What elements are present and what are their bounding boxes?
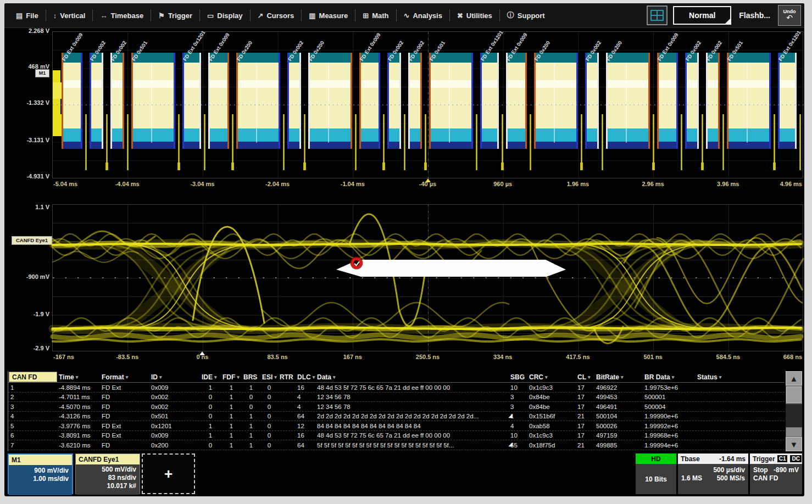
- column-header-time[interactable]: Time▾: [59, 371, 98, 383]
- column-header-data[interactable]: Data▾: [317, 371, 507, 383]
- table-row[interactable]: 1-4.8894 msFD Ext0x00911101648 4d 53 5f …: [8, 383, 785, 393]
- menu-item-utilities[interactable]: ✖Utilities: [450, 3, 499, 27]
- filter-arrow-icon[interactable]: ▾: [237, 374, 240, 380]
- eye1-descriptor-box[interactable]: CANFD Eye1 500 mV/div 83 ns/div 10.017 k…: [75, 453, 140, 494]
- hd-mode-box[interactable]: HD 10 Bits: [636, 453, 676, 494]
- filter-arrow-icon[interactable]: ▾: [313, 374, 315, 380]
- display-mode-dropdown[interactable]: Normal: [673, 6, 731, 25]
- column-header-bitrate[interactable]: BitRate▾: [596, 371, 641, 383]
- can-waveform-svg: FD Ext 0x009FD 0x002FD 0x002FD 0x501FD E…: [53, 32, 804, 179]
- filter-arrow-icon[interactable]: ▾: [333, 374, 336, 380]
- filter-arrow-icon[interactable]: ▾: [545, 374, 548, 380]
- table-cell: 1: [223, 393, 240, 402]
- timebase-box[interactable]: Tbase -1.64 ms 500 µs/div 1.6 MS 500 MS/…: [678, 453, 748, 494]
- filter-arrow-icon[interactable]: ▾: [672, 374, 675, 380]
- trigger-box[interactable]: Trigger C1 DC Stop -890 mV CAN FD: [750, 453, 802, 494]
- scroll-down-icon[interactable]: ▼: [786, 437, 802, 451]
- menu-item-math[interactable]: ⊞Math: [355, 3, 396, 27]
- column-header-brs[interactable]: BRS: [243, 371, 259, 383]
- menu-item-vertical[interactable]: ↕Vertical: [46, 3, 93, 27]
- table-row[interactable]: 7-3.6210 msFD0x2000110645f 5f 5f 5f 5f 5…: [8, 440, 785, 450]
- column-header-esi[interactable]: ESI▾: [262, 371, 276, 383]
- top-volt-label: -1.332 V: [5, 99, 49, 106]
- trigger-level: -890 mV: [774, 466, 799, 474]
- menu-item-analysis[interactable]: ∿Analysis: [397, 3, 449, 27]
- table-cell: 1: [202, 383, 219, 392]
- table-cell: 21: [577, 440, 593, 450]
- table-cell: FD Ext: [102, 421, 148, 430]
- filter-arrow-icon[interactable]: ▾: [274, 374, 277, 380]
- menu-item-file[interactable]: ▤File: [9, 3, 46, 27]
- add-trace-button[interactable]: +: [142, 453, 195, 494]
- filter-arrow-icon[interactable]: ▾: [76, 374, 79, 380]
- scrollbar-thumb[interactable]: [786, 387, 802, 403]
- top-time-tick: -1.04 ms: [341, 181, 365, 187]
- column-header-label: FDF: [223, 373, 235, 381]
- table-cell: 1: [243, 412, 259, 421]
- table-row[interactable]: 6-3.8091 msFD Ext0x00911101648 4d 53 5f …: [8, 431, 785, 441]
- table-cell: 5f 5f 5f 5f 5f 5f 5f 5f 5f 5f 5f 5f 5f 5…: [317, 440, 515, 450]
- filter-arrow-icon[interactable]: ▾: [621, 374, 624, 380]
- column-header-rtr[interactable]: RTR: [280, 371, 294, 383]
- column-header-br-data[interactable]: BR Data▾: [644, 371, 694, 383]
- eye-trace-badge[interactable]: CANFD Eye1: [12, 236, 52, 245]
- column-header-cl[interactable]: CL▾: [577, 371, 593, 383]
- table-row[interactable]: 5-3.9776 msFD Ext0x120111101284 84 84 84…: [8, 421, 785, 431]
- column-header-dlc[interactable]: DLC▾: [297, 371, 314, 383]
- table-cell: 17: [577, 421, 593, 430]
- filter-arrow-icon[interactable]: ▾: [126, 374, 129, 380]
- menu-item-cursors[interactable]: ↗Cursors: [251, 3, 302, 27]
- table-cell: 0: [243, 393, 259, 402]
- table-cell: 0x200: [151, 440, 198, 450]
- table-cell: [280, 421, 294, 430]
- utilities-icon: ✖: [457, 12, 463, 20]
- top-volt-label: 2.268 V: [5, 27, 49, 34]
- scroll-up-icon[interactable]: ▲: [786, 371, 802, 385]
- table-row[interactable]: 3-4.5070 msFD0x0020100412 34 56 7830x84b…: [8, 402, 785, 412]
- eye-diagram-svg: [53, 205, 804, 352]
- eye-time-tick: -83.5 ns: [116, 354, 138, 360]
- menu-item-measure[interactable]: ▥Measure: [302, 3, 355, 27]
- filter-arrow-icon[interactable]: ▾: [588, 374, 591, 380]
- tbase-rate: 500 MS/s: [717, 474, 745, 483]
- grid-display-button[interactable]: [647, 5, 668, 25]
- menu-item-timebase[interactable]: ↔Timebase: [93, 3, 151, 27]
- column-header-ide[interactable]: IDE▾: [202, 371, 219, 383]
- filter-arrow-icon[interactable]: ▾: [719, 374, 722, 380]
- table-cell: 500004: [644, 402, 694, 411]
- menu-item-display[interactable]: ▭Display: [200, 3, 250, 27]
- filter-arrow-icon[interactable]: ▾: [159, 374, 162, 380]
- eye-time-tick: 501 ns: [643, 354, 662, 360]
- m1-descriptor-box[interactable]: M1 900 mV/div 1.00 ms/div: [8, 453, 73, 494]
- menu-item-trigger[interactable]: ⚑Trigger: [151, 3, 199, 27]
- flashback-label[interactable]: Flashb...: [737, 11, 772, 20]
- m1-channel-badge[interactable]: M1: [35, 69, 49, 77]
- vertical-icon: ↕: [53, 12, 57, 20]
- column-header-sbg[interactable]: SBG: [510, 371, 526, 383]
- column-header-status[interactable]: Status▾: [697, 371, 784, 383]
- table-cell: 1.99990e+6: [644, 412, 694, 421]
- filter-arrow-icon[interactable]: ▾: [214, 374, 217, 380]
- scrollbar-track[interactable]: [786, 404, 802, 427]
- table-cell: 7: [10, 440, 55, 450]
- undo-button[interactable]: Undo ↶: [778, 5, 801, 26]
- menu-item-support[interactable]: ⓘSupport: [500, 3, 552, 27]
- table-cell: 496922: [596, 383, 641, 392]
- table-scrollbar[interactable]: ▲ ▼: [786, 371, 802, 451]
- table-cell: 0: [262, 412, 276, 421]
- column-header-fdf[interactable]: FDF▾: [223, 371, 240, 383]
- table-cell: 0x009: [151, 383, 198, 392]
- table-cell: 1: [510, 412, 526, 421]
- table-row[interactable]: 2-4.7011 msFD0x0020100412 34 56 7830x84b…: [8, 393, 785, 402]
- table-cell: 1: [243, 440, 259, 450]
- column-header-id[interactable]: ID▾: [151, 371, 198, 383]
- can-waveform-plot[interactable]: FD Ext 0x009FD 0x002FD 0x002FD 0x501FD E…: [52, 31, 803, 178]
- trigger-type: CAN FD: [753, 474, 778, 483]
- eye-diagram-plot[interactable]: [52, 204, 803, 351]
- column-header-crc[interactable]: CRC▾: [529, 371, 574, 383]
- table-row[interactable]: 4-4.3126 msFD0x5010110642d 2d 2d 2d 2d 2…: [8, 412, 785, 422]
- eye-time-axis: -167 ns-83.5 ns0 ns83.5 ns167 ns250.5 ns…: [52, 352, 803, 363]
- column-header-format[interactable]: Format▾: [102, 371, 148, 383]
- m1-tdiv: 1.00 ms/div: [12, 475, 69, 483]
- decode-protocol-tab[interactable]: CAN FD: [9, 372, 57, 382]
